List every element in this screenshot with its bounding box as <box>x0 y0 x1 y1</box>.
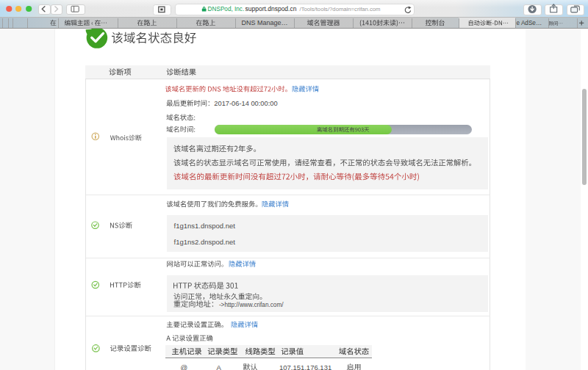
svg-text:f1g1ns2.dnspod.net: f1g1ns2.dnspod.net <box>174 238 236 246</box>
svg-text:support.dnspod.cn: support.dnspod.cn <box>245 5 297 12</box>
svg-text:2017-06-14 00:00:00: 2017-06-14 00:00:00 <box>214 100 277 107</box>
svg-text:DNS Manage…: DNS Manage… <box>242 19 288 26</box>
svg-text:f1g1ns1.dnspod.net: f1g1ns1.dnspod.net <box>174 222 236 230</box>
svg-text:107.151.176.131: 107.151.176.131 <box>279 363 331 370</box>
svg-text:@: @ <box>181 363 188 370</box>
svg-text:A: A <box>217 363 222 370</box>
svg-text:->http://www.crifan.com/: ->http://www.crifan.com/ <box>219 302 284 308</box>
svg-text:/Tools/tools/?domain=crifan.co: /Tools/tools/?domain=crifan.com <box>300 6 381 12</box>
svg-text:DNSPod, Inc.: DNSPod, Inc. <box>208 6 245 12</box>
svg-text:e AdSe…: e AdSe… <box>517 20 542 26</box>
